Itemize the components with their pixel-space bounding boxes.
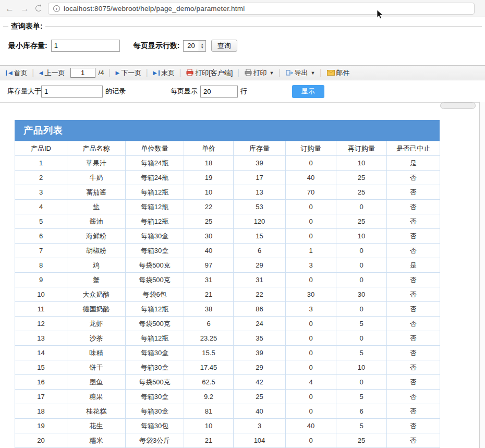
table-cell: 30	[184, 229, 234, 244]
last-page-icon: ▶	[153, 70, 157, 76]
url-text: localhost:8075/webroot/help/page_demo/pa…	[64, 5, 245, 13]
table-row: 6海鲜粉每箱30盒3015010否	[15, 229, 440, 244]
table-body: 1苹果汁每箱24瓶1839010是2牛奶每箱24瓶19174025否3蕃茄酱每箱…	[15, 156, 440, 448]
table-cell: 0	[336, 375, 387, 390]
forward-icon[interactable]: →	[20, 4, 29, 13]
table-cell: 8	[15, 258, 67, 273]
table-cell: 15	[234, 229, 286, 244]
table-cell: 5	[336, 390, 387, 404]
table-cell: 糯米	[67, 433, 126, 448]
min-stock-label: 最小库存量:	[8, 41, 47, 51]
table-cell: 桂花糕	[67, 404, 126, 419]
table-row: 14味精每箱30盒15.53905否	[15, 346, 440, 360]
table-cell: 否	[387, 331, 440, 346]
table-cell: 蟹	[67, 273, 126, 287]
table-cell: 否	[387, 185, 440, 200]
query-form-fieldset: 查询表单: 最小库存量: 每页显示行数: 20 ▲ ▼ 查询	[3, 22, 482, 65]
table-cell: 24	[234, 317, 286, 331]
next-page-button[interactable]: ▶ 下一页	[114, 68, 144, 78]
table-cell: 6	[15, 229, 67, 244]
chevron-down-icon: ▼	[311, 70, 316, 76]
mail-button[interactable]: 邮件	[325, 68, 352, 78]
table-cell: 6	[234, 244, 286, 258]
table-cell: 否	[387, 229, 440, 244]
table-row: 11德国奶酪每箱12瓶388630否	[15, 302, 440, 317]
per-page-input[interactable]	[200, 86, 238, 98]
table-cell: 25	[336, 433, 387, 448]
table-row: 7胡椒粉每箱30盒40610否	[15, 244, 440, 258]
prev-page-button[interactable]: ◀ 上一页	[37, 68, 67, 78]
table-cell: 每箱30盒	[126, 360, 184, 375]
table-cell: 饼干	[67, 360, 126, 375]
table-cell: 否	[387, 375, 440, 390]
table-cell: 53	[234, 200, 286, 214]
col-header-order-qty: 订购量	[286, 141, 336, 156]
stepper-down-icon[interactable]: ▼	[201, 46, 204, 49]
print-button[interactable]: 打印 ▼	[242, 68, 276, 78]
last-page-label: 末页	[161, 68, 175, 78]
stock-gt-input[interactable]	[41, 86, 103, 98]
table-cell: 18	[15, 404, 67, 419]
table-cell: 5	[15, 214, 67, 229]
show-button[interactable]: 显示	[292, 85, 324, 98]
table-cell: 39	[234, 346, 286, 360]
page-number-input[interactable]	[70, 68, 95, 78]
col-header-discontinued: 是否已中止	[387, 141, 440, 156]
table-cell: 每箱12瓶	[126, 214, 184, 229]
rows-per-page-stepper[interactable]: 20 ▲ ▼	[183, 40, 205, 52]
table-cell: 否	[387, 244, 440, 258]
mail-icon	[327, 70, 335, 76]
table-cell: 是	[387, 258, 440, 273]
info-icon[interactable]: i	[53, 5, 60, 12]
reload-icon[interactable]	[35, 5, 42, 11]
table-cell: 墨鱼	[67, 375, 126, 390]
export-button[interactable]: 导出 ▼	[284, 68, 318, 78]
table-cell: 25	[336, 171, 387, 185]
rows-per-page-value: 20	[184, 41, 198, 51]
table-cell: 40	[184, 244, 234, 258]
min-stock-input[interactable]	[51, 40, 120, 52]
table-cell: 龙虾	[67, 317, 126, 331]
query-button[interactable]: 查询	[211, 40, 237, 52]
table-cell: 每箱30包	[126, 419, 184, 433]
records-suffix-label: 的记录	[105, 87, 126, 96]
table-cell: 2	[15, 171, 67, 185]
table-cell: 120	[234, 214, 286, 229]
table-cell: 29	[234, 360, 286, 375]
stepper-arrows-icon[interactable]: ▲ ▼	[199, 41, 205, 51]
table-row: 10大众奶酪每袋6包21223030否	[15, 287, 440, 302]
table-cell: 0	[286, 360, 336, 375]
page-total-label: /4	[99, 69, 104, 77]
print-client-button[interactable]: 打印[客户端]	[184, 68, 235, 78]
table-cell: 否	[387, 346, 440, 360]
table-cell: 每箱24瓶	[126, 156, 184, 171]
table-cell: 蕃茄酱	[67, 185, 126, 200]
table-cell: 23.25	[184, 331, 234, 346]
table-cell: 花生	[67, 419, 126, 433]
table-cell: 21	[184, 433, 234, 448]
table-cell: 0	[336, 302, 387, 317]
table-row: 9蟹每袋500克313100否	[15, 273, 440, 287]
table-cell: 39	[234, 156, 286, 171]
table-cell: 每箱30盒	[126, 404, 184, 419]
table-cell: 21	[184, 287, 234, 302]
table-row: 12龙虾每袋500克62405否	[15, 317, 440, 331]
back-icon[interactable]: ←	[5, 4, 14, 13]
horizontal-scrollbar-thumb[interactable]	[440, 102, 476, 109]
table-cell: 德国奶酪	[67, 302, 126, 317]
vertical-scrollbar[interactable]	[479, 102, 485, 448]
table-cell: 4	[15, 200, 67, 214]
table-row: 16墨鱼每袋500克62.54240否	[15, 375, 440, 390]
table-row: 2牛奶每箱24瓶19174025否	[15, 171, 440, 185]
last-page-icon	[159, 70, 160, 76]
table-cell: 0	[336, 258, 387, 273]
first-page-button[interactable]: ◀ 首页	[4, 68, 30, 78]
address-bar[interactable]: i localhost:8075/webroot/help/page_demo/…	[48, 3, 475, 15]
col-header-unit-qty: 单位数量	[126, 141, 184, 156]
table-cell: 5	[336, 317, 387, 331]
last-page-button[interactable]: ▶ 末页	[151, 68, 177, 78]
table-cell: 30	[336, 287, 387, 302]
table-cell: 否	[387, 360, 440, 375]
table-cell: 牛奶	[67, 171, 126, 185]
table-cell: 糖果	[67, 390, 126, 404]
